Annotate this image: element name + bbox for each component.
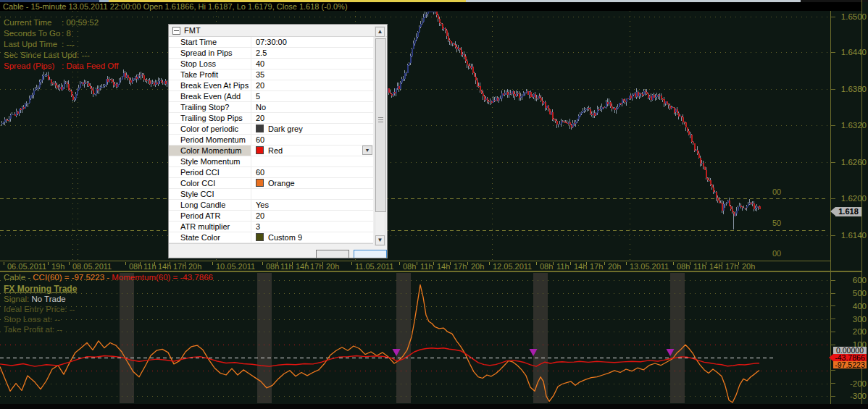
tick-mark [48,262,49,265]
candle [688,131,690,135]
x-axis-tick-label: 11h [280,262,293,271]
candle [448,36,449,40]
candle [101,87,103,88]
collapse-icon[interactable] [172,27,180,35]
tick-mark [604,262,605,265]
property-row-style-momentum[interactable]: Style Momentum [169,156,373,167]
property-value-text: Yes [256,201,269,209]
property-row-trailing-stop-[interactable]: Trailing Stop?No [169,102,373,113]
property-value[interactable]: Red▼ [256,146,373,156]
property-row-start-time[interactable]: Start Time07:30:00 [169,37,373,48]
candle [419,27,420,32]
property-row-atr-multiplier[interactable]: ATR multiplier3 [169,222,373,232]
indicator-axis-label: 600 [833,276,867,284]
property-value[interactable]: 60 [256,135,373,145]
candle [430,12,432,12]
property-value[interactable]: No [256,102,373,112]
property-row-trailing-stop-pips[interactable]: Trailing Stop Pips20 [169,113,373,124]
tick-mark [212,262,213,265]
property-row-take-profit[interactable]: Take Profit35 [169,69,373,80]
last-price-value: 1.618 [838,207,859,216]
property-value[interactable] [256,189,373,199]
property-row-period-atr[interactable]: Period ATR20 [169,211,373,222]
candle [498,98,500,101]
property-value[interactable]: 20 [256,80,373,90]
property-value[interactable]: Dark grey [256,124,373,134]
dialog-button-2[interactable] [354,250,387,258]
property-value[interactable]: Orange [256,178,373,188]
property-value[interactable]: 35 [256,69,373,80]
candle [749,203,751,205]
x-axis-tick-label: 17h [454,262,467,271]
property-row-break-even-add-pips-[interactable]: Break Even (Add Pips)5 [169,91,373,102]
property-row-period-cci[interactable]: Period CCI60 [169,167,373,178]
candle [596,113,597,116]
candle [393,92,394,96]
property-label: Stop Loss [169,59,251,69]
property-grid: Start Time07:30:00Spread in Pips2.5Stop … [169,37,373,244]
property-value[interactable] [256,156,373,166]
info-line: Current Time: 00:59:52 [4,17,118,28]
property-row-stop-loss[interactable]: Stop Loss40 [169,59,373,69]
candle [451,41,452,43]
candle [432,12,433,12]
candle [664,99,665,104]
property-row-color-of-periodic-stripes[interactable]: Color of periodic stripesDark grey [169,124,373,135]
candle [672,107,674,108]
property-value[interactable]: Custom 9 [256,232,373,243]
property-value[interactable]: 3 [256,222,373,232]
candle [403,79,404,80]
candle [583,111,584,112]
property-row-state-color[interactable]: State ColorCustom 9 [169,232,373,243]
candle [435,12,436,12]
candle [661,96,662,99]
property-label: ATR multiplier [169,222,251,232]
property-row-long-candle-check-[interactable]: Long Candle Check?Yes [169,200,373,211]
dropdown-arrow-icon[interactable]: ▼ [362,146,372,155]
x-axis-tick-label: 06.05.2011 [7,262,46,271]
scrollbar-thumb[interactable] [375,38,386,212]
dialog-button-1[interactable] [316,250,349,258]
candle [542,101,543,104]
property-row-style-cci[interactable]: Style CCI [169,189,373,200]
candle [119,80,120,84]
candle [714,192,716,193]
property-row-period-momentum[interactable]: Period Momentum60 [169,135,373,146]
candle [65,83,67,83]
property-value[interactable]: 40 [256,59,373,69]
property-value-text: 60 [256,168,264,177]
candle [549,109,551,114]
candle [85,83,87,84]
dialog-scrollbar[interactable]: ▲ ▼ [375,26,385,246]
property-value[interactable]: 20 [256,113,373,123]
property-value[interactable]: 20 [256,211,373,221]
candle [665,101,667,103]
candle [87,83,88,84]
candle [477,80,478,86]
property-value-text: 07:30:00 [256,38,287,46]
candle [1,123,3,124]
tick-mark [322,262,323,265]
candle [659,96,661,96]
candle [3,122,4,123]
candle [555,119,556,121]
candle [584,110,585,111]
property-row-spread-in-pips[interactable]: Spread in Pips2.5 [169,48,373,59]
candle [752,203,754,204]
property-value[interactable]: 5 [256,91,373,101]
dialog-header[interactable]: FMT [169,25,387,37]
scroll-down-button[interactable]: ▼ [375,235,385,245]
property-row-color-momentum[interactable]: Color MomentumRed▼ [169,146,373,156]
property-value[interactable]: 2.5 [256,48,373,58]
property-value[interactable]: Yes [256,200,373,210]
candle [145,80,146,80]
property-row-color-cci[interactable]: Color CCIOrange [169,178,373,189]
candle [698,153,700,157]
property-row-break-even-at-pips-profit[interactable]: Break Even At Pips Profit20 [169,80,373,91]
candle [75,94,77,98]
candle [139,75,141,76]
property-value[interactable]: 07:30:00 [256,37,373,47]
candle [501,93,503,99]
scroll-up-button[interactable]: ▲ [375,27,385,37]
property-value[interactable]: 60 [256,167,373,177]
